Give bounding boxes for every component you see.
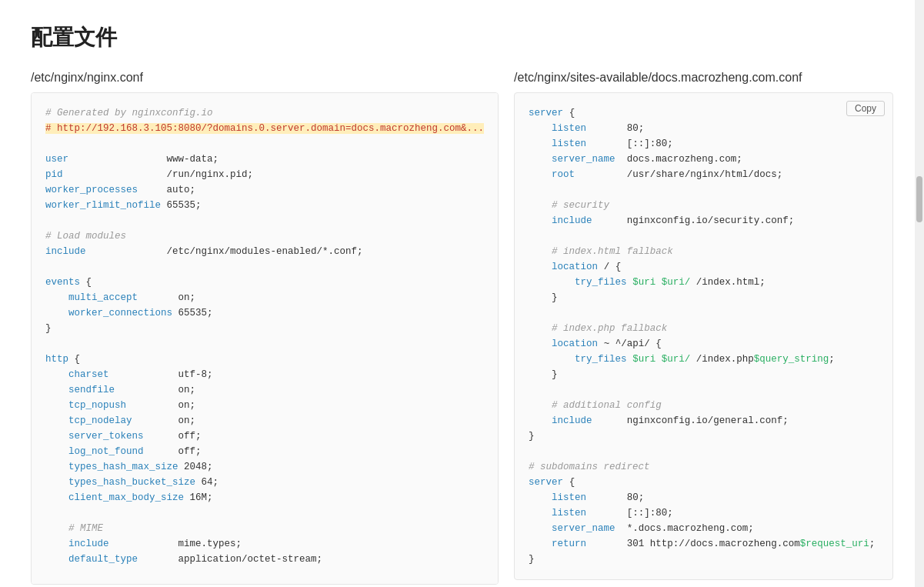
right-code-box[interactable]: Copy server { listen 80; listen [::]:80;… <box>514 92 893 580</box>
right-config-filename: /etc/nginx/sites-available/docs.macrozhe… <box>514 71 893 85</box>
left-code-content: # Generated by nginxconfig.io # http://1… <box>45 105 484 585</box>
right-config-section: /etc/nginx/sites-available/docs.macrozhe… <box>514 71 893 580</box>
copy-button[interactable]: Copy <box>846 101 885 116</box>
left-code-box[interactable]: # Generated by nginxconfig.io # http://1… <box>31 92 499 585</box>
scrollbar-thumb[interactable] <box>916 176 922 222</box>
configs-row: /etc/nginx/nginx.conf # Generated by ngi… <box>31 71 893 585</box>
scrollbar[interactable] <box>915 0 924 587</box>
left-config-section: /etc/nginx/nginx.conf # Generated by ngi… <box>31 71 499 585</box>
page-title: 配置文件 <box>31 23 893 52</box>
page-container: 配置文件 /etc/nginx/nginx.conf # Generated b… <box>0 0 924 587</box>
right-code-content: server { listen 80; listen [::]:80; serv… <box>529 105 879 567</box>
left-config-filename: /etc/nginx/nginx.conf <box>31 71 499 85</box>
